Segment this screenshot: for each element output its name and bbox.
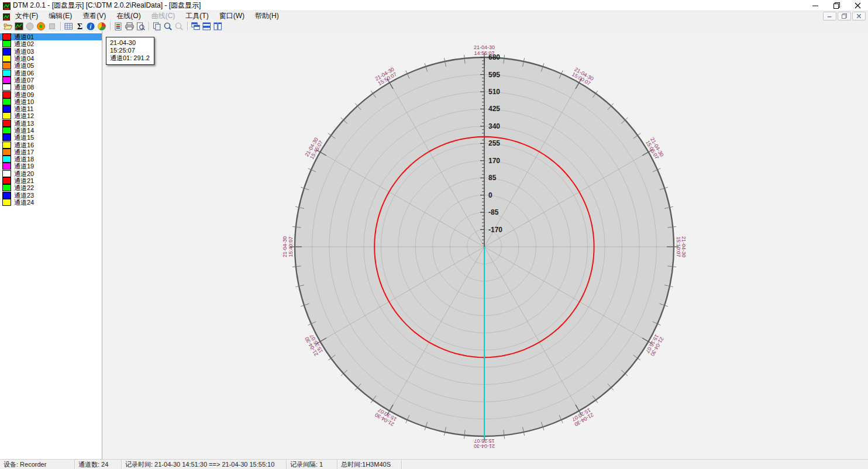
menu-item-6[interactable]: 工具(T) [180, 11, 213, 20]
svg-text:15:25:07: 15:25:07 [474, 438, 494, 444]
channel-label: 通道15 [14, 134, 34, 141]
close-icon[interactable] [847, 0, 868, 11]
toolbar-separator [110, 22, 111, 30]
channel-item-1[interactable]: 通道01 [0, 33, 102, 40]
channel-label: 通道13 [14, 120, 34, 127]
app-icon [3, 2, 11, 9]
channel-item-9[interactable]: 通道09 [0, 91, 102, 98]
channel-label: 通道07 [14, 77, 34, 84]
mdi-restore-icon[interactable] [838, 12, 851, 20]
print-icon[interactable] [124, 21, 135, 32]
print-preview-icon[interactable] [135, 21, 146, 32]
channel-label: 通道14 [14, 127, 34, 134]
svg-text:21-04-30: 21-04-30 [474, 443, 495, 449]
channel-item-6[interactable]: 通道06 [0, 69, 102, 76]
menu-item-8[interactable]: 帮助(H) [250, 11, 284, 20]
channel-item-4[interactable]: 通道04 [0, 55, 102, 62]
info-icon[interactable]: i [85, 21, 97, 32]
svg-text:425: 425 [488, 105, 500, 113]
copy-icon[interactable] [151, 21, 163, 32]
channel-item-19[interactable]: 通道19 [0, 163, 102, 170]
status-field-3: 记录时间: 21-04-30 14:51:30 ==> 21-04-30 15:… [122, 460, 287, 469]
document-icon [3, 12, 10, 19]
channel-color-swatch [2, 177, 11, 184]
svg-text:Σ: Σ [77, 22, 82, 31]
channel-color-swatch [2, 127, 11, 134]
channel-color-swatch [2, 98, 11, 105]
channel-item-8[interactable]: 通道08 [0, 84, 102, 91]
data-table-icon[interactable] [63, 21, 74, 32]
channel-color-swatch [2, 142, 11, 149]
channel-item-18[interactable]: 通道18 [0, 156, 102, 163]
channel-label: 通道10 [14, 98, 34, 105]
status-field-4: 记录间隔: 1 [287, 460, 337, 469]
channel-item-2[interactable]: 通道02 [0, 40, 102, 47]
channel-color-swatch [2, 163, 11, 170]
channel-color-swatch [2, 184, 11, 191]
channel-label: 通道04 [14, 55, 34, 62]
channel-color-swatch [2, 120, 11, 127]
tile-horizontal-icon[interactable] [201, 21, 212, 32]
channel-item-3[interactable]: 通道03 [0, 48, 102, 55]
channel-item-22[interactable]: 通道22 [0, 184, 102, 191]
channel-color-swatch [2, 192, 11, 199]
channel-item-14[interactable]: 通道14 [0, 127, 102, 134]
channel-item-10[interactable]: 通道10 [0, 98, 102, 105]
channel-color-swatch [2, 112, 11, 119]
channel-color-swatch [2, 62, 11, 69]
channel-item-12[interactable]: 通道12 [0, 112, 102, 119]
channel-label: 通道19 [14, 163, 34, 170]
channel-label: 通道03 [14, 48, 34, 55]
export-page-icon[interactable] [113, 21, 124, 32]
channel-item-21[interactable]: 通道21 [0, 177, 102, 184]
record-icon [25, 21, 36, 32]
svg-text:170: 170 [488, 157, 500, 165]
svg-text:-85: -85 [488, 208, 499, 216]
menu-item-1[interactable]: 文件(F) [10, 11, 43, 20]
open-folder-icon[interactable] [2, 21, 13, 32]
minimize-icon[interactable] [805, 0, 826, 11]
cascade-windows-icon[interactable] [190, 21, 201, 32]
channel-item-7[interactable]: 通道07 [0, 77, 102, 84]
tile-vertical-icon[interactable] [212, 21, 223, 32]
channel-color-swatch [2, 55, 11, 62]
channel-item-5[interactable]: 通道05 [0, 62, 102, 69]
channel-item-23[interactable]: 通道23 [0, 192, 102, 199]
pie-chart-icon[interactable] [97, 21, 108, 32]
mdi-close-icon[interactable] [852, 12, 866, 20]
channel-label: 通道08 [14, 84, 34, 91]
channel-item-11[interactable]: 通道11 [0, 105, 102, 112]
channel-item-13[interactable]: 通道13 [0, 120, 102, 127]
channel-label: 通道17 [14, 149, 34, 156]
mdi-minimize-icon[interactable] [823, 12, 836, 20]
menu-item-5: 曲线(C) [146, 11, 181, 20]
svg-text:21-04-30: 21-04-30 [474, 44, 495, 50]
svg-text:15:40:07: 15:40:07 [288, 236, 294, 257]
sum-sigma-icon[interactable]: Σ [74, 21, 85, 32]
channel-color-swatch [2, 156, 11, 163]
view-chart-icon[interactable] [13, 21, 25, 32]
channel-label: 通道20 [14, 170, 34, 177]
channel-list: 通道01通道02通道03通道04通道05通道06通道07通道08通道09通道10… [0, 32, 102, 460]
menu-item-2[interactable]: 编辑(E) [43, 11, 77, 20]
mdi-window-buttons [823, 12, 866, 20]
channel-color-swatch [2, 77, 11, 84]
caption-buttons [805, 0, 868, 11]
menu-item-3[interactable]: 查看(V) [77, 11, 111, 20]
channel-item-16[interactable]: 通道16 [0, 141, 102, 148]
restore-icon[interactable] [826, 0, 847, 11]
disc-chart: 680595510425340255170850-85-17021-04-301… [0, 32, 868, 460]
menu-item-7[interactable]: 窗口(W) [214, 11, 250, 20]
channel-item-15[interactable]: 通道15 [0, 134, 102, 141]
toolbar: Σi [0, 20, 868, 32]
channel-label: 通道12 [14, 112, 34, 119]
channel-item-20[interactable]: 通道20 [0, 170, 102, 177]
channel-item-24[interactable]: 通道24 [0, 199, 102, 206]
zoom-icon-disabled [174, 21, 185, 32]
stop-icon [47, 21, 58, 32]
zoom-icon[interactable] [163, 21, 174, 32]
tooltip-date: 21-04-30 [110, 39, 150, 47]
record-active-icon[interactable] [36, 21, 47, 32]
channel-item-17[interactable]: 通道17 [0, 149, 102, 156]
menu-item-4[interactable]: 在线(O) [111, 11, 146, 20]
